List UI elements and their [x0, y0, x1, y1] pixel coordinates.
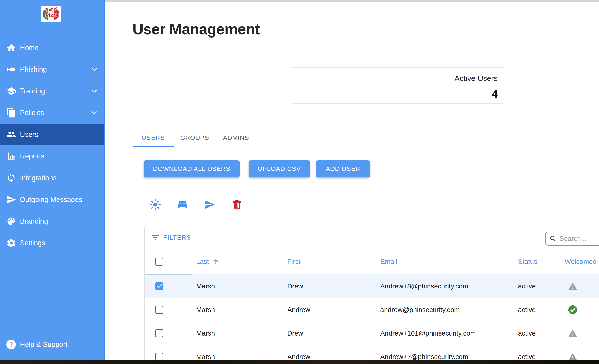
search-box [545, 232, 599, 245]
documents-icon [6, 108, 16, 118]
cell-status: active [518, 321, 536, 345]
row-checkbox-cell [145, 275, 192, 298]
sort-ascending-icon [212, 258, 220, 265]
question-circle-icon: ? [6, 340, 16, 349]
column-header-first[interactable]: First [287, 249, 300, 274]
sidebar-item-outgoing-messages[interactable]: Outgoing Messages [0, 189, 105, 210]
cell-last: Marsh [196, 275, 215, 298]
sidebar-item-branding[interactable]: Branding [0, 210, 105, 232]
filters-label: FILTERS [163, 234, 191, 241]
sidebar-item-label: Settings [20, 239, 45, 247]
sidebar: Joe's Pizza Home Phishing T [0, 0, 105, 364]
sidebar-item-training[interactable]: Training [0, 80, 105, 102]
cell-email: Andrew+101@phinsecurity.com [380, 321, 476, 345]
column-header-email[interactable]: Email [380, 249, 397, 274]
sidebar-item-label: Users [20, 130, 38, 139]
sidebar-item-reports[interactable]: Reports [0, 145, 105, 167]
sidebar-divider [0, 333, 105, 333]
company-logo: Joe's Pizza [41, 6, 61, 22]
cell-last: Marsh [196, 298, 215, 321]
cell-status: active [518, 298, 536, 321]
sidebar-divider [0, 34, 105, 34]
search-input[interactable] [559, 235, 599, 242]
search-icon [549, 235, 557, 242]
column-header-last[interactable]: Last [196, 249, 220, 274]
row-checkbox[interactable] [155, 353, 163, 361]
chevron-down-icon [90, 65, 98, 73]
home-icon [6, 43, 16, 53]
cell-email: Andrew+8@phinsecurity.com [380, 275, 468, 298]
sidebar-item-home[interactable]: Home [0, 37, 105, 59]
select-all-checkbox[interactable] [155, 258, 163, 266]
sidebar-item-label: Phishing [20, 65, 47, 73]
welcomed-success-icon [567, 298, 578, 321]
cell-email: andrew@phinsecurity.com [380, 298, 460, 321]
sidebar-scroll-edge [104, 0, 105, 364]
sidebar-item-integrations[interactable]: Integrations [0, 167, 105, 189]
welcomed-warning-icon [567, 321, 578, 345]
cell-first: Andrew [287, 298, 310, 321]
welcomed-warning-icon [567, 275, 578, 298]
sidebar-item-label: Integrations [20, 174, 57, 182]
active-users-value: 4 [292, 88, 498, 100]
sidebar-item-help-support[interactable]: ? Help & Support [0, 336, 105, 353]
row-checkbox[interactable] [155, 282, 163, 290]
sync-icon [6, 173, 16, 183]
sun-icon[interactable] [150, 199, 161, 210]
cell-status: active [518, 275, 536, 298]
upload-csv-button[interactable]: UPLOAD CSV [249, 160, 310, 177]
sidebar-item-label: Outgoing Messages [20, 196, 82, 204]
bed-icon[interactable] [177, 199, 188, 210]
sidebar-item-label: Branding [20, 217, 48, 225]
user-management-page: Joe's Pizza Home Phishing T [0, 0, 599, 364]
filter-icon [151, 233, 160, 242]
window-top-edge [105, 0, 599, 2]
sidebar-item-settings[interactable]: Settings [0, 232, 105, 254]
pizza-logo-text: Joe's Pizza [41, 5, 62, 19]
graduation-cap-icon [6, 86, 16, 96]
sidebar-item-users[interactable]: Users [0, 124, 105, 145]
row-checkbox-cell [145, 321, 192, 345]
sidebar-item-label: Reports [20, 152, 44, 160]
column-header-status[interactable]: Status [518, 249, 537, 274]
palette-icon [6, 216, 16, 226]
trash-icon[interactable] [231, 199, 243, 210]
people-icon [6, 130, 16, 139]
sidebar-item-label: Training [20, 87, 45, 95]
tab-users[interactable]: USERS [132, 129, 174, 147]
tab-admins[interactable]: ADMINS [215, 129, 257, 147]
sidebar-nav: Home Phishing Training Policies [0, 37, 105, 254]
desktop-background-strip [0, 360, 599, 364]
cell-first: Drew [287, 275, 303, 298]
gear-icon [6, 238, 16, 248]
download-all-users-button[interactable]: DOWNLOAD ALL USERS [144, 160, 239, 177]
chevron-down-icon [90, 109, 98, 117]
table-row[interactable]: Marsh Drew Andrew+8@phinsecurity.com act… [145, 274, 599, 297]
sidebar-item-label: Home [20, 44, 39, 52]
sidebar-item-label: Policies [20, 109, 44, 117]
tab-bar: USERS GROUPS ADMINS [132, 129, 599, 147]
table-row[interactable]: Marsh Drew Andrew+101@phinsecurity.com a… [145, 321, 599, 345]
add-user-button[interactable]: ADD USER [316, 160, 370, 177]
paper-plane-icon [6, 195, 16, 205]
active-users-card: Active Users 4 [291, 67, 504, 104]
row-checkbox[interactable] [155, 329, 163, 337]
toolbar-divider [143, 188, 599, 188]
row-checkbox[interactable] [155, 306, 163, 314]
cell-last: Marsh [196, 321, 215, 345]
sidebar-item-policies[interactable]: Policies [0, 102, 105, 124]
send-icon[interactable] [204, 199, 215, 210]
page-title: User Management [132, 20, 260, 38]
column-header-welcomed[interactable]: Welcomed [565, 249, 597, 274]
row-checkbox-cell [145, 298, 192, 321]
filters-button[interactable]: FILTERS [151, 231, 191, 244]
help-support-label: Help & Support [20, 340, 67, 349]
bar-chart-icon [6, 151, 16, 161]
table-header-row: Last First Email Status Welcomed [145, 249, 599, 274]
sidebar-item-phishing[interactable]: Phishing [0, 59, 105, 80]
users-table-card: FILTERS Last First Email Status Welcomed [144, 225, 599, 364]
cell-first: Drew [287, 321, 303, 345]
chevron-down-icon [90, 87, 98, 95]
table-row[interactable]: Marsh Andrew andrew@phinsecurity.com act… [145, 297, 599, 321]
tab-groups[interactable]: GROUPS [174, 129, 215, 147]
